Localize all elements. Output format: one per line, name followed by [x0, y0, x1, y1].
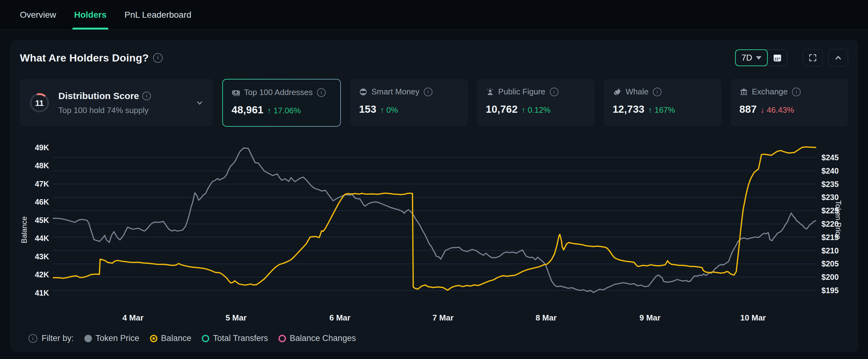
y-left-tick: 46K [27, 197, 49, 207]
chart-legend: i Filter by: Token PriceBalanceTotal Tra… [29, 333, 356, 343]
arrow-up-icon: ↑ [522, 105, 526, 115]
stat-card-value: 48,961 [231, 104, 264, 116]
info-icon[interactable]: i [153, 53, 163, 63]
x-axis-tick: 8 Mar [527, 313, 565, 323]
legend-swatch-icon [202, 335, 209, 342]
date-range-group: 7D [735, 49, 787, 66]
distribution-score-card[interactable]: 11 Distribution Score i Top 100 hold 74%… [20, 79, 213, 127]
y-left-tick: 41K [27, 288, 49, 298]
distribution-label: Distribution Score [58, 91, 139, 101]
y-left-tick: 42K [27, 270, 49, 279]
holders-panel: What Are Holders Doing? i 7D [10, 40, 858, 352]
stat-card-public-figure[interactable]: Public Figurei10,762↑ 0.12% [477, 79, 594, 127]
arrow-up-icon: ↑ [648, 105, 652, 115]
stat-card-top-100-addresses[interactable]: Top 100 Addressesi48,961↑ 17.06% [222, 79, 341, 127]
info-icon[interactable]: i [792, 88, 801, 96]
banknote-icon [231, 88, 240, 97]
legend-item-balance[interactable]: Balance [150, 333, 191, 343]
y-left-tick: 45K [27, 215, 49, 225]
y-right-tick: $205 [822, 259, 849, 268]
stat-card-label: Whale [625, 87, 649, 97]
stat-card-change: ↑ 17.06% [267, 106, 301, 116]
stat-card-label: Smart Money [371, 87, 420, 97]
x-axis-tick: 7 Mar [424, 313, 462, 323]
stat-card-change: ↑ 0.12% [522, 105, 551, 115]
y-right-tick: $240 [822, 166, 849, 176]
tab-list: OverviewHoldersPnL Leaderboard [0, 0, 868, 30]
legend-item-balance-changes[interactable]: Balance Changes [278, 333, 356, 343]
x-axis-tick: 10 Mar [735, 313, 772, 323]
distribution-gauge: 11 [29, 92, 50, 114]
stat-card-whale[interactable]: Whalei12,733↑ 167% [604, 79, 721, 127]
y-left-tick: 49K [27, 143, 49, 152]
legend-item-label: Token Price [96, 333, 140, 343]
legend-item-label: Balance Changes [290, 333, 356, 343]
x-axis-tick: 6 Mar [321, 313, 359, 323]
range-dropdown[interactable]: 7D [735, 49, 768, 66]
bank-icon [740, 88, 748, 96]
distribution-text: Distribution Score i Top 100 hold 74% su… [58, 91, 187, 115]
collapse-button[interactable] [828, 49, 848, 66]
chevron-up-icon [834, 53, 842, 62]
legend-swatch-icon [85, 335, 92, 342]
stat-card-change: ↑ 167% [648, 105, 675, 115]
legend-item-token-price[interactable]: Token Price [85, 333, 140, 343]
stat-card-change: ↑ 0% [380, 105, 398, 115]
y-right-tick: $195 [822, 286, 849, 295]
x-axis-tick: 4 Mar [114, 313, 152, 323]
stat-card-label: Public Figure [498, 87, 546, 97]
panel-header: What Are Holders Doing? i 7D [20, 49, 848, 67]
info-icon[interactable]: i [29, 334, 37, 343]
tab-pnl-leaderboard[interactable]: PnL Leaderboard [124, 0, 191, 30]
holders-chart[interactable] [53, 141, 816, 310]
header-controls: 7D [735, 49, 848, 66]
stat-card-value: 12,733 [613, 103, 645, 115]
legend-item-label: Balance [161, 333, 191, 343]
x-axis-tick: 9 Mar [631, 313, 669, 323]
calendar-icon [773, 53, 782, 62]
distribution-subtitle: Top 100 hold 74% supply [58, 106, 187, 115]
fullscreen-button[interactable] [803, 49, 823, 66]
x-axis-tick: 5 Mar [217, 313, 254, 323]
info-icon[interactable]: i [142, 92, 151, 100]
arrow-up-icon: ↑ [380, 105, 384, 115]
public-figure-icon [486, 88, 495, 96]
arrow-down-icon: ↓ [761, 105, 765, 115]
fullscreen-icon [808, 53, 817, 62]
stat-card-label: Top 100 Addresses [244, 88, 313, 97]
y-right-tick: $215 [822, 233, 849, 242]
legend-swatch-icon [278, 335, 286, 342]
stat-card-row: 11 Distribution Score i Top 100 hold 74%… [20, 79, 848, 127]
y-right-tick: $245 [822, 153, 849, 162]
y-right-tick: $210 [822, 246, 849, 255]
y-left-tick: 44K [27, 234, 49, 243]
stat-card-smart-money[interactable]: Smart Moneyi153↑ 0% [350, 79, 468, 127]
info-icon[interactable]: i [424, 88, 432, 96]
stat-card-value: 887 [740, 103, 757, 115]
whale-icon [613, 88, 622, 96]
y-left-tick: 43K [27, 252, 49, 261]
arrow-up-icon: ↑ [267, 106, 271, 115]
series-balance [53, 147, 816, 290]
y-right-tick: $230 [822, 192, 849, 202]
stat-card-value: 153 [359, 103, 376, 115]
info-icon[interactable]: i [653, 88, 661, 96]
y-right-tick: $200 [822, 272, 849, 282]
top-tab-bar: OverviewHoldersPnL Leaderboard [0, 0, 868, 30]
legend-item-total-transfers[interactable]: Total Transfers [202, 333, 268, 343]
legend-swatch-icon [150, 335, 157, 342]
stat-card-exchange[interactable]: Exchangei887↓ 46.43% [731, 79, 848, 127]
distribution-score-value: 11 [35, 98, 44, 108]
legend-item-label: Total Transfers [213, 333, 268, 343]
info-icon[interactable]: i [317, 88, 326, 97]
y-right-tick: $220 [822, 219, 849, 229]
stat-card-change: ↓ 46.43% [761, 105, 794, 115]
tab-overview[interactable]: Overview [20, 0, 56, 30]
calendar-button[interactable] [768, 50, 787, 66]
tab-holders[interactable]: Holders [74, 0, 106, 30]
chevron-down-icon[interactable] [195, 98, 204, 108]
y-right-tick: $225 [822, 206, 849, 215]
chevron-down-icon [756, 56, 762, 60]
y-right-tick: $235 [822, 179, 849, 189]
info-icon[interactable]: i [550, 88, 558, 96]
